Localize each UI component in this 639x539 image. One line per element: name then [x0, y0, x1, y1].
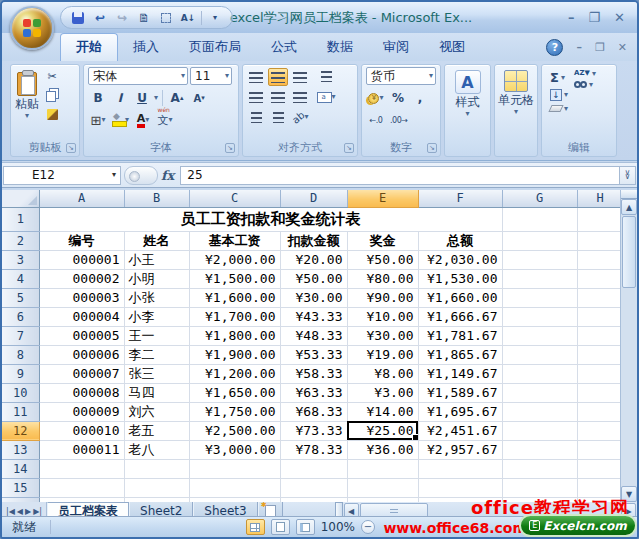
cell[interactable]: [577, 440, 623, 459]
accounting-format-icon[interactable]: ¥▾: [366, 89, 386, 107]
row-header-15[interactable]: 15: [2, 478, 39, 497]
select-shapes-icon[interactable]: [157, 9, 175, 26]
row-header-7[interactable]: 7: [2, 326, 39, 345]
cell[interactable]: [577, 345, 623, 364]
sheet-title-cell[interactable]: 员工工资扣款和奖金统计表: [39, 207, 502, 231]
cell[interactable]: [577, 326, 623, 345]
bold-button[interactable]: B: [88, 89, 108, 107]
cell[interactable]: [418, 478, 502, 497]
save-icon[interactable]: [69, 9, 87, 26]
cell[interactable]: [577, 402, 623, 421]
cell[interactable]: [189, 459, 280, 478]
cell-D5[interactable]: ¥30.00: [280, 288, 347, 307]
insert-function-button[interactable]: fx: [161, 168, 180, 183]
cell[interactable]: [577, 478, 623, 497]
italic-button[interactable]: I: [110, 89, 130, 107]
cell-D10[interactable]: ¥63.33: [280, 383, 347, 402]
help-icon[interactable]: ?: [546, 39, 563, 56]
fill-color-button[interactable]: ▾: [110, 111, 131, 129]
column-header-B[interactable]: B: [124, 190, 189, 207]
minimize-button[interactable]: –: [568, 10, 575, 25]
align-left-icon[interactable]: [246, 88, 266, 106]
cell[interactable]: [280, 459, 347, 478]
tab-data[interactable]: 数据: [312, 34, 368, 61]
cell[interactable]: [577, 269, 623, 288]
cell[interactable]: [280, 478, 347, 497]
formula-input[interactable]: 25: [180, 166, 619, 185]
cell-D4[interactable]: ¥50.00: [280, 269, 347, 288]
decrease-indent-icon[interactable]: [246, 108, 266, 126]
first-sheet-icon[interactable]: |◀: [6, 507, 15, 516]
cell-B5[interactable]: 小张: [124, 288, 189, 307]
cell-C8[interactable]: ¥1,900.00: [189, 345, 280, 364]
cell-C12[interactable]: ¥2,500.00: [189, 421, 280, 440]
cell-A9[interactable]: 000007: [39, 364, 124, 383]
redo-icon[interactable]: ↪: [113, 9, 131, 26]
row-header-6[interactable]: 6: [2, 307, 39, 326]
increase-decimal-icon[interactable]: ←.0: [366, 111, 386, 129]
split-handle[interactable]: [621, 190, 637, 199]
column-header-E[interactable]: E: [347, 190, 418, 207]
align-bottom-icon[interactable]: [290, 68, 310, 86]
align-top-icon[interactable]: [246, 68, 266, 86]
cell-F8[interactable]: ¥1,865.67: [418, 345, 502, 364]
cell-C13[interactable]: ¥3,000.00: [189, 440, 280, 459]
cell[interactable]: [577, 459, 623, 478]
cell[interactable]: [577, 307, 623, 326]
cell-B6[interactable]: 小李: [124, 307, 189, 326]
row-header-4[interactable]: 4: [2, 269, 39, 288]
percent-style-icon[interactable]: %: [388, 89, 408, 107]
styles-button[interactable]: A 样式 ▾: [445, 65, 490, 117]
cell-A10[interactable]: 000008: [39, 383, 124, 402]
column-header-G[interactable]: G: [502, 190, 577, 207]
last-sheet-icon[interactable]: ▶|: [33, 507, 42, 516]
tab-home[interactable]: 开始: [60, 33, 118, 61]
cell[interactable]: [347, 459, 418, 478]
column-header-D[interactable]: D: [280, 190, 347, 207]
decrease-decimal-icon[interactable]: .00→: [388, 111, 409, 129]
selected-cell[interactable]: ¥25.00: [347, 421, 418, 440]
cell[interactable]: [577, 250, 623, 269]
tab-review[interactable]: 审阅: [368, 34, 424, 61]
next-sheet-icon[interactable]: ▶: [25, 507, 31, 516]
font-size-select[interactable]: 11▾: [190, 67, 232, 85]
cell-A8[interactable]: 000006: [39, 345, 124, 364]
row-header-1[interactable]: 1: [2, 207, 39, 231]
row-header-12[interactable]: 12: [2, 421, 39, 440]
customize-toolbar-icon[interactable]: ▾: [206, 9, 224, 26]
row-header-3[interactable]: 3: [2, 250, 39, 269]
cell[interactable]: [502, 364, 577, 383]
cell[interactable]: [577, 207, 623, 231]
cell[interactable]: [502, 345, 577, 364]
row-header-2[interactable]: 2: [2, 231, 39, 250]
autosum-button[interactable]: Σ▾: [550, 70, 568, 85]
row-header-14[interactable]: 14: [2, 459, 39, 478]
cell[interactable]: [39, 459, 124, 478]
table-header-cell[interactable]: 奖金: [347, 231, 418, 250]
table-header-cell[interactable]: 基本工资: [189, 231, 280, 250]
cell-F12[interactable]: ¥2,451.67: [418, 421, 502, 440]
fill-button[interactable]: ↓▾: [550, 89, 568, 101]
vertical-scrollbar[interactable]: ▲ ▼: [620, 190, 637, 502]
sort-ascending-icon[interactable]: A↓: [179, 9, 197, 26]
cell[interactable]: [347, 478, 418, 497]
row-header-11[interactable]: 11: [2, 402, 39, 421]
row-header-10[interactable]: 10: [2, 383, 39, 402]
cell[interactable]: [577, 288, 623, 307]
cell-A7[interactable]: 000005: [39, 326, 124, 345]
clear-button[interactable]: ▾: [550, 105, 568, 112]
cell-A11[interactable]: 000009: [39, 402, 124, 421]
table-header-cell[interactable]: 总额: [418, 231, 502, 250]
number-format-select[interactable]: 货币▾: [366, 67, 436, 85]
dialog-launcher-icon[interactable]: ↘: [225, 143, 235, 153]
prev-sheet-icon[interactable]: ◀: [17, 507, 23, 516]
find-select-button[interactable]: ▾: [574, 81, 596, 88]
cell[interactable]: [577, 383, 623, 402]
cell[interactable]: [502, 440, 577, 459]
maximize-button[interactable]: ❐: [588, 10, 600, 25]
undo-icon[interactable]: ↩: [91, 9, 109, 26]
page-break-view-icon[interactable]: [296, 519, 315, 535]
cell-F3[interactable]: ¥2,030.00: [418, 250, 502, 269]
scroll-up-icon[interactable]: ▲: [621, 199, 637, 215]
cell-D11[interactable]: ¥68.33: [280, 402, 347, 421]
